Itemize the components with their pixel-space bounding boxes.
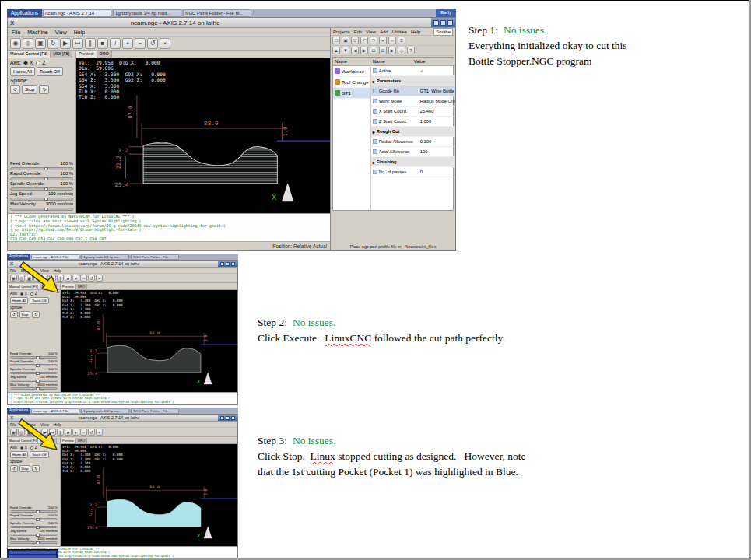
spindle-button-[interactable]: ↺ <box>10 311 18 318</box>
taskbar-window[interactable]: NGC Parts Folder - File... <box>131 408 179 414</box>
move-up-icon[interactable]: ▲ <box>332 47 340 54</box>
generate-gcode-icon[interactable]: ▶ <box>388 47 396 54</box>
spindle-button-[interactable]: ↻ <box>32 311 40 318</box>
zoom-in-icon[interactable]: + <box>72 275 79 282</box>
reload-file-icon[interactable]: ↻ <box>47 38 58 49</box>
override-slider[interactable] <box>10 187 73 191</box>
menu-edit[interactable]: Edit <box>354 30 362 34</box>
override-slider[interactable] <box>10 387 58 390</box>
zoom-in-icon[interactable]: + <box>72 429 79 436</box>
taskbar-window[interactable]: NGC Parts Folder - File M... <box>183 9 251 17</box>
collapse-all-icon[interactable]: ⊟ <box>370 47 377 54</box>
home-all-button[interactable]: Home All <box>10 297 28 304</box>
spindle-button-stop[interactable]: Stop <box>19 311 31 318</box>
machine-power-icon[interactable]: ◎ <box>23 38 33 49</box>
tree-row-workpiece[interactable]: Workpiece <box>333 66 370 77</box>
override-slider[interactable] <box>10 541 58 544</box>
slider-thumb[interactable] <box>44 208 48 211</box>
stop-program-icon[interactable]: ■ <box>65 275 72 282</box>
prop-row-radial-allowance[interactable]: Radial Allowance0.100 <box>371 137 455 147</box>
slider-thumb[interactable] <box>44 167 48 170</box>
menu-add[interactable]: Add <box>380 30 388 34</box>
toggle-block-delete-icon[interactable]: / <box>110 38 121 49</box>
tab-preview[interactable]: Preview <box>61 284 76 289</box>
redo-icon[interactable]: ↷ <box>370 37 377 44</box>
prop-row-gcode-file[interactable]: Gcode fileGT1_Wine Bottle Stopper_copy <box>371 86 455 96</box>
override-slider[interactable] <box>10 510 58 513</box>
override-slider[interactable] <box>10 380 58 382</box>
slider-thumb[interactable] <box>44 177 48 180</box>
override-slider[interactable] <box>10 208 73 211</box>
tab-preview[interactable]: Preview <box>61 438 76 443</box>
profile-combo[interactable]: Smithe <box>433 28 453 36</box>
override-slider[interactable] <box>10 364 58 366</box>
stop-program-icon[interactable]: ■ <box>65 429 72 436</box>
menu-machine[interactable]: Machine <box>27 30 47 35</box>
tab-manual-control-f3[interactable]: Manual Control [F3] <box>8 51 51 58</box>
prop-row-z-start-coord[interactable]: Z Start Coord.1.000 <box>371 117 455 127</box>
close-button[interactable] <box>231 262 235 266</box>
move-down-icon[interactable]: ▼ <box>342 47 349 54</box>
open-file-icon[interactable]: ▣ <box>35 38 46 49</box>
taskbar-window[interactable]: 1grizzly tools 3/4 hp mo... <box>81 408 129 414</box>
spindle-button-[interactable]: ↻ <box>32 465 40 472</box>
add-operation-icon[interactable]: + <box>379 37 387 44</box>
rotate-view-icon[interactable]: ↺ <box>88 429 95 436</box>
remove-operation-icon[interactable]: − <box>388 37 396 44</box>
menu-help[interactable]: Help <box>411 30 420 34</box>
tab-preview[interactable]: Preview <box>76 51 97 58</box>
taskbar-clock[interactable]: Early <box>436 9 456 17</box>
override-slider[interactable] <box>10 198 73 201</box>
maximize-button[interactable] <box>440 20 446 26</box>
spindle-button-[interactable]: ↺ <box>10 465 18 472</box>
duplicate-operation-icon[interactable]: ≡ <box>398 37 405 44</box>
preview-canvas[interactable]: Vel: 29.958 DTG X: 0.000Dia: 59.696G54 X… <box>61 444 237 546</box>
taskbar-window[interactable]: 1grizzly tools 3/4 hp mo... <box>81 254 129 260</box>
indent-left-icon[interactable]: ◀ <box>351 47 359 54</box>
tab-dro[interactable]: DRO <box>76 438 87 443</box>
taskbar-window[interactable]: 1grizzly tools 3/4 hp mod... <box>113 9 181 17</box>
spindle-button-stop[interactable]: Stop <box>22 85 37 94</box>
spindle-button-[interactable]: ↻ <box>39 85 49 94</box>
minimize-button[interactable] <box>220 416 224 420</box>
maximize-button[interactable] <box>226 262 230 266</box>
menu-help[interactable]: Help <box>74 30 85 35</box>
titlebar[interactable]: X ncam.ngc - AXIS 2.7.14 on lathe <box>8 18 455 28</box>
stop-program-icon[interactable]: ■ <box>97 38 108 49</box>
run-step-icon[interactable]: ↦ <box>72 38 83 49</box>
tab-mdi-f5[interactable]: MDI [F5] <box>51 51 72 58</box>
touch-off-button[interactable]: Touch Off <box>37 67 63 76</box>
slider-thumb[interactable] <box>44 198 48 201</box>
preview-canvas[interactable]: Vel: 29.958 DTG X: 0.000Dia: 59.696G54 X… <box>61 290 237 392</box>
taskbar-window[interactable]: NGC Parts Folder - File... <box>131 254 179 260</box>
prop-section-rough-cut[interactable]: ▸Rough Cut <box>371 127 455 137</box>
menu-utilities[interactable]: Utilities <box>392 30 407 34</box>
minimize-button[interactable] <box>220 262 224 266</box>
undo-icon[interactable]: ↶ <box>360 37 368 44</box>
spindle-button-stop[interactable]: Stop <box>19 465 31 472</box>
touch-off-button[interactable]: Touch Off <box>30 297 48 304</box>
settings-icon[interactable]: ◇ <box>398 47 405 54</box>
preview-canvas[interactable]: Vel: 29.958 DTG X: 0.000Dia: 59.696G54 X… <box>76 58 330 213</box>
menu-file[interactable]: File <box>12 30 20 35</box>
tree-row-tool-change[interactable]: Tool Change <box>333 77 370 88</box>
home-all-button[interactable]: Home All <box>10 67 35 76</box>
new-project-icon[interactable]: □ <box>332 37 340 44</box>
override-slider[interactable] <box>10 356 58 359</box>
rotate-view-icon[interactable]: ↺ <box>147 38 158 49</box>
pause-program-icon[interactable]: ∥ <box>85 38 96 49</box>
menu-projects[interactable]: Projects <box>333 30 350 34</box>
prop-row-work-mode[interactable]: Work ModeRadius Mode Only Chg Workpiec <box>371 96 455 107</box>
menu-view[interactable]: View <box>55 30 67 35</box>
gcode-listing[interactable]: ( *** GCode generated by NativeCAM for L… <box>8 213 330 241</box>
prop-section-parameters[interactable]: ▸Parameters <box>371 76 455 86</box>
menu-file[interactable]: File <box>10 268 16 273</box>
zoom-out-icon[interactable]: − <box>80 429 87 436</box>
override-slider[interactable] <box>10 534 58 536</box>
rotate-view-icon[interactable]: ↺ <box>88 275 95 282</box>
terminal-window[interactable] <box>7 549 58 558</box>
tree-row-gt1[interactable]: GT1 <box>333 88 370 99</box>
taskbar-window[interactable]: ncam.ngc - AXIS 2.7.14 <box>43 9 111 17</box>
clear-plot-icon[interactable]: × <box>96 429 103 436</box>
indent-right-icon[interactable]: ▶ <box>360 47 368 54</box>
